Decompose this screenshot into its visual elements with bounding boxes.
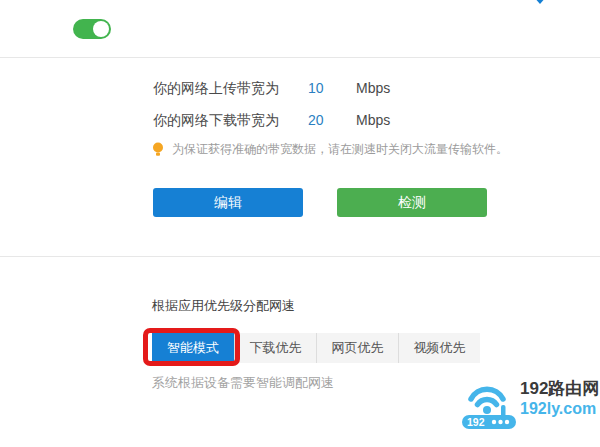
section-divider	[0, 57, 600, 58]
chevron-down-icon[interactable]	[533, 0, 547, 4]
watermark-site-name: 192路由网	[520, 379, 599, 399]
download-bandwidth-unit: Mbps	[356, 112, 390, 130]
download-bandwidth-value: 20	[308, 112, 356, 130]
upload-bandwidth-label: 你的网络上传带宽为	[153, 80, 308, 98]
download-bandwidth-label: 你的网络下载带宽为	[153, 112, 308, 130]
watermark-router-text: 192	[467, 416, 485, 428]
section-divider	[0, 256, 600, 257]
tab-smart-mode[interactable]: 智能模式	[152, 333, 234, 363]
tab-download-priority[interactable]: 下载优先	[234, 333, 316, 363]
priority-caption: 系统根据设备需要智能调配网速	[152, 374, 334, 392]
priority-section-title: 根据应用优先级分配网速	[152, 297, 295, 315]
toggle-knob	[93, 21, 109, 37]
upload-bandwidth-unit: Mbps	[356, 80, 390, 98]
bandwidth-toggle[interactable]	[73, 19, 111, 39]
tab-video-priority[interactable]: 视频优先	[398, 333, 480, 363]
lightbulb-icon	[152, 142, 164, 157]
watermark-site-url: 192ly.com	[520, 399, 599, 419]
priority-tabbar: 智能模式 下载优先 网页优先 视频优先	[152, 333, 480, 363]
tab-web-priority[interactable]: 网页优先	[316, 333, 398, 363]
download-bandwidth-row: 你的网络下载带宽为 20 Mbps	[153, 112, 390, 130]
watermark-text: 192路由网 192ly.com	[520, 379, 599, 419]
upload-bandwidth-value: 10	[308, 80, 356, 98]
edit-button[interactable]: 编辑	[153, 188, 303, 217]
bandwidth-tip: 为保证获得准确的带宽数据，请在测速时关闭大流量传输软件。	[152, 141, 508, 158]
wifi-router-icon: 192	[461, 381, 517, 430]
tip-text: 为保证获得准确的带宽数据，请在测速时关闭大流量传输软件。	[172, 141, 508, 158]
upload-bandwidth-row: 你的网络上传带宽为 10 Mbps	[153, 80, 390, 98]
site-watermark: 192 192路由网 192ly.com	[461, 379, 599, 430]
detect-button[interactable]: 检测	[337, 188, 487, 217]
